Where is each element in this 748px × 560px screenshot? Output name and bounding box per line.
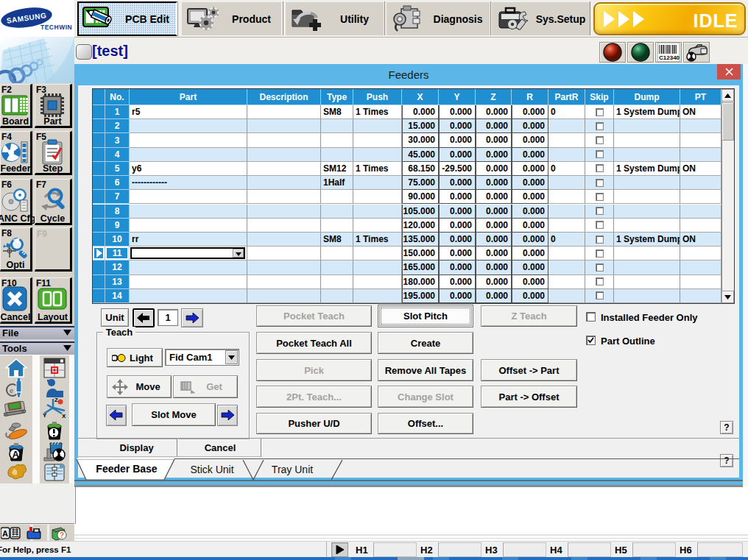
svg-text:Y: Y (43, 412, 47, 419)
svg-text:TECHWIN: TECHWIN (40, 24, 72, 31)
svg-text:C12340: C12340 (659, 54, 680, 61)
svg-text:A: A (2, 529, 8, 538)
svg-text:?: ? (60, 531, 64, 539)
svg-text:Z: Z (54, 397, 58, 403)
svg-text:e: e (10, 387, 13, 394)
svg-text:A: A (13, 449, 20, 460)
